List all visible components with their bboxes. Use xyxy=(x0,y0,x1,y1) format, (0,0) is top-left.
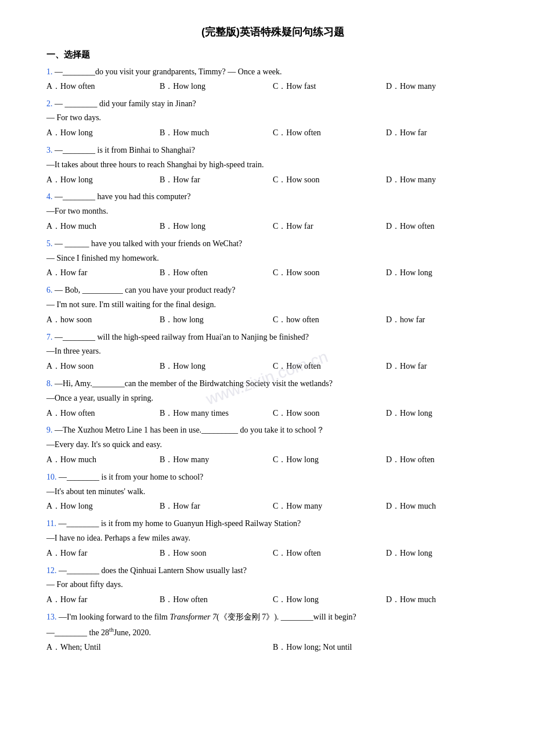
options-row: A．When; UntilB．How long; Not until xyxy=(46,640,499,654)
option: B．How far xyxy=(160,173,273,187)
question-text: —Hi, Amy.________can the member of the B… xyxy=(55,379,333,388)
question-number: 4. xyxy=(46,192,55,201)
options-row: A．How muchB．How longC．How farD．How often xyxy=(46,219,499,233)
option: D．How often xyxy=(386,453,499,467)
question-text: —________do you visit your grandparents,… xyxy=(55,67,282,76)
answer-line: —It's about ten minutes' walk. xyxy=(46,485,499,499)
option: D．How much xyxy=(386,499,499,513)
options-row: A．How muchB．How manyC．How longD．How ofte… xyxy=(46,453,499,467)
option: C．How many xyxy=(273,499,386,513)
option: D．How often xyxy=(386,219,499,233)
option: C．How often xyxy=(273,546,386,560)
option: C．How often xyxy=(273,359,386,373)
question-text: —________ is it from my home to Guanyun … xyxy=(58,519,301,528)
question-stem: 5. — ______ have you talked with your fr… xyxy=(46,237,499,251)
question-text: —________ is it from Binhai to Shanghai? xyxy=(55,146,195,154)
option: A．How far xyxy=(46,266,160,280)
option: D．How long xyxy=(386,546,499,560)
option: B．How far xyxy=(160,499,273,513)
question-stem: 8. —Hi, Amy.________can the member of th… xyxy=(46,377,499,391)
option: C．How fast xyxy=(273,80,386,93)
question-block: 9. —The Xuzhou Metro Line 1 has been in … xyxy=(46,423,499,466)
section-title: 一、选择题 xyxy=(46,47,499,62)
question-text-before: —I'm looking forward to the film xyxy=(59,613,170,621)
question-number: 13. xyxy=(46,613,59,621)
option: D．How far xyxy=(386,126,499,140)
question-stem: 7. —________ will the high-speed railway… xyxy=(46,330,499,344)
option: C．how often xyxy=(273,313,386,327)
option: C．How long xyxy=(273,593,386,607)
question-text: —________ does the Qinhuai Lantern Show … xyxy=(59,566,247,575)
option: A．How much xyxy=(46,453,160,467)
option: A．How much xyxy=(46,219,160,233)
options-row: A．How longB．How farC．How manyD．How much xyxy=(46,499,499,513)
option: A．How soon xyxy=(46,359,160,373)
question-stem: 12. —________ does the Qinhuai Lantern S… xyxy=(46,564,499,578)
option: A．how soon xyxy=(46,313,160,327)
option: C．How far xyxy=(273,219,386,233)
option: D．How much xyxy=(386,593,499,607)
option: B．How many times xyxy=(160,406,273,420)
question-text-after: (《变形金刚 7》). ________will it begin? xyxy=(217,613,356,621)
question-block: 2. — ________ did your family stay in Ji… xyxy=(46,97,499,140)
question-stem: 13. —I'm looking forward to the film Tra… xyxy=(46,610,499,624)
option: A．How long xyxy=(46,173,160,187)
question-stem: 3. —________ is it from Binhai to Shangh… xyxy=(46,143,499,157)
question-number: 10. xyxy=(46,473,59,481)
options-row: A．How oftenB．How many timesC．How soonD．H… xyxy=(46,406,499,420)
question-text: —________ have you had this computer? xyxy=(55,192,190,201)
answer-line: —For two months. xyxy=(46,204,499,218)
question-stem: 4. —________ have you had this computer? xyxy=(46,190,499,204)
option: B．How many xyxy=(160,453,273,467)
options-row: A．How farB．How oftenC．How longD．How much xyxy=(46,593,499,607)
question-number: 1. xyxy=(46,67,55,76)
answer-line: —I have no idea. Perhaps a few miles awa… xyxy=(46,531,499,545)
option: B．how long xyxy=(160,313,273,327)
options-row: A．How longB．How farC．How soonD．How many xyxy=(46,173,499,187)
option: D．How far xyxy=(386,359,499,373)
question-number: 5. xyxy=(46,239,55,248)
option: C．How soon xyxy=(273,173,386,187)
option: A．When; Until xyxy=(46,640,273,654)
answer-line: — For about fifty days. xyxy=(46,578,499,592)
question-text: —________ is it from your home to school… xyxy=(59,473,203,481)
question-block: 3. —________ is it from Binhai to Shangh… xyxy=(46,143,499,186)
answer-line: — For two days. xyxy=(46,111,499,125)
option: A．How far xyxy=(46,546,160,560)
option: B．How long xyxy=(160,219,273,233)
question-block: 4. —________ have you had this computer?… xyxy=(46,190,499,233)
option: D．How long xyxy=(386,406,499,420)
question-stem: 1. —________do you visit your grandparen… xyxy=(46,65,499,79)
question-number: 2. xyxy=(46,99,55,108)
question-block: 5. — ______ have you talked with your fr… xyxy=(46,237,499,280)
option: B．How long xyxy=(160,80,273,93)
question-block: 6. — Bob, __________ can you have your p… xyxy=(46,283,499,326)
question-number: 11. xyxy=(46,519,58,528)
option: D．How long xyxy=(386,266,499,280)
question-block: 7. —________ will the high-speed railway… xyxy=(46,330,499,373)
question-stem: 9. —The Xuzhou Metro Line 1 has been in … xyxy=(46,423,499,437)
option: B．How long xyxy=(160,359,273,373)
question-stem: 11. —________ is it from my home to Guan… xyxy=(46,517,499,531)
option: C．How often xyxy=(273,126,386,140)
question-block: 8. —Hi, Amy.________can the member of th… xyxy=(46,377,499,420)
question-block: 12. —________ does the Qinhuai Lantern S… xyxy=(46,564,499,607)
option: A．How often xyxy=(46,80,160,93)
question-stem: 6. — Bob, __________ can you have your p… xyxy=(46,283,499,297)
options-row: A．How farB．How oftenC．How soonD．How long xyxy=(46,266,499,280)
question-number: 3. xyxy=(46,146,55,154)
question-number: 12. xyxy=(46,566,59,575)
question-text: — Bob, __________ can you have your prod… xyxy=(55,286,235,294)
option: B．How much xyxy=(160,126,273,140)
question-number: 6. xyxy=(46,286,55,294)
option: B．How often xyxy=(160,593,273,607)
option: C．How long xyxy=(273,453,386,467)
question-stem: 2. — ________ did your family stay in Ji… xyxy=(46,97,499,111)
answer-line: —________ the 28thJune, 2020. xyxy=(46,625,499,639)
question-number: 9. xyxy=(46,426,55,434)
question-block: 11. —________ is it from my home to Guan… xyxy=(46,517,499,560)
answer-line: — I'm not sure. I'm still waiting for th… xyxy=(46,298,499,312)
options-row: A．How farB．How soonC．How oftenD．How long xyxy=(46,546,499,560)
question-number: 7. xyxy=(46,333,55,341)
option: D．How many xyxy=(386,173,499,187)
